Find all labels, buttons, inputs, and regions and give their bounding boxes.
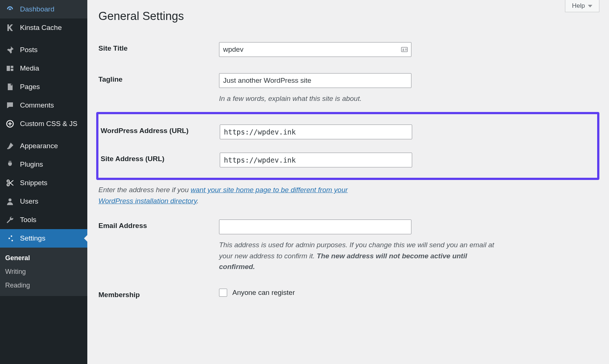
row-membership: Membership Anyone can register — [98, 280, 599, 307]
row-email: Email Address This address is used for a… — [98, 211, 599, 280]
page-icon — [5, 82, 15, 92]
help-label: Help — [572, 2, 585, 10]
page-title: General Settings — [98, 10, 599, 23]
row-site-title: Site Title — [98, 34, 599, 65]
admin-sidebar: DashboardKinsta CachePostsMediaPagesComm… — [0, 0, 87, 364]
url-highlight-box: WordPress Address (URL) Site Address (UR… — [96, 112, 599, 180]
site-url-input[interactable] — [220, 153, 412, 167]
sidebar-item-label: Comments — [20, 101, 54, 109]
brush-icon — [5, 141, 15, 151]
label-email: Email Address — [98, 220, 219, 230]
sidebar-item-label: Custom CSS & JS — [20, 120, 77, 128]
row-tagline: Tagline In a few words, explain what thi… — [98, 65, 599, 112]
sidebar-item-label: Pages — [20, 83, 40, 91]
sidebar-item-plugins[interactable]: Plugins — [0, 155, 87, 174]
sidebar-item-media[interactable]: Media — [0, 59, 87, 78]
sliders-icon — [5, 234, 15, 243]
help-tab[interactable]: Help — [565, 0, 599, 12]
site-url-description: Enter the address here if you want your … — [98, 184, 380, 206]
sidebar-item-appearance[interactable]: Appearance — [0, 137, 87, 155]
sidebar-item-custom-css-js[interactable]: Custom CSS & JS — [0, 115, 87, 133]
comment-icon — [5, 101, 15, 110]
svg-point-1 — [403, 49, 404, 50]
sidebar-item-label: Users — [20, 197, 38, 205]
plus-circle-icon — [5, 119, 15, 129]
settings-submenu: GeneralWritingReading — [0, 248, 87, 296]
sidebar-item-label: Media — [20, 64, 39, 72]
sidebar-item-snippets[interactable]: Snippets — [0, 174, 87, 192]
scissors-icon — [5, 178, 15, 188]
chevron-down-icon — [588, 5, 592, 7]
sidebar-item-posts[interactable]: Posts — [0, 41, 87, 59]
svg-rect-0 — [401, 47, 408, 52]
membership-checkbox-text: Anyone can register — [232, 289, 295, 297]
label-site-url: Site Address (URL) — [99, 153, 220, 163]
sidebar-item-label: Plugins — [20, 160, 43, 169]
sidebar-item-label: Dashboard — [20, 5, 54, 13]
main-content: Help General Settings Site Title — [87, 0, 609, 364]
tagline-description: In a few words, explain what this site i… — [219, 93, 500, 104]
gauge-icon — [5, 4, 15, 14]
sidebar-item-dashboard[interactable]: Dashboard — [0, 0, 87, 18]
sidebar-item-comments[interactable]: Comments — [0, 96, 87, 115]
row-site-url: Site Address (URL) — [99, 146, 597, 174]
label-site-title: Site Title — [98, 42, 219, 52]
membership-checkbox[interactable] — [219, 289, 227, 297]
sidebar-item-settings[interactable]: Settings — [0, 229, 87, 248]
sidebar-item-label: Tools — [20, 216, 36, 224]
tagline-input[interactable] — [219, 73, 411, 88]
sidebar-item-users[interactable]: Users — [0, 192, 87, 211]
sidebar-item-label: Kinsta Cache — [20, 24, 62, 32]
k-letter-icon — [5, 23, 15, 33]
sidebar-item-pages[interactable]: Pages — [0, 78, 87, 96]
sidebar-item-label: Appearance — [20, 142, 58, 150]
svg-rect-3 — [405, 50, 407, 51]
plug-icon — [5, 160, 15, 169]
svg-rect-2 — [405, 49, 407, 50]
pin-icon — [5, 45, 15, 55]
label-wp-url: WordPress Address (URL) — [99, 125, 220, 135]
sidebar-subitem-general[interactable]: General — [0, 251, 87, 265]
label-membership: Membership — [98, 289, 219, 299]
general-settings-form: Site Title Tagline In a — [98, 34, 599, 307]
sidebar-item-tools[interactable]: Tools — [0, 211, 87, 229]
sidebar-subitem-reading[interactable]: Reading — [0, 279, 87, 292]
wordpress-url-input[interactable] — [220, 125, 412, 139]
sidebar-item-label: Settings — [20, 234, 46, 242]
row-wp-url: WordPress Address (URL) — [99, 118, 597, 146]
email-input[interactable] — [219, 220, 411, 234]
contact-card-icon — [400, 46, 408, 53]
label-tagline: Tagline — [98, 73, 219, 84]
sidebar-item-label: Posts — [20, 46, 38, 54]
wrench-icon — [5, 215, 15, 225]
site-title-input[interactable] — [219, 42, 411, 57]
media-icon — [5, 64, 15, 73]
email-description: This address is used for admin purposes.… — [219, 239, 500, 272]
sidebar-item-label: Snippets — [20, 179, 47, 187]
sidebar-subitem-writing[interactable]: Writing — [0, 265, 87, 279]
sidebar-item-kinsta-cache[interactable]: Kinsta Cache — [0, 18, 87, 37]
membership-checkbox-label[interactable]: Anyone can register — [219, 289, 295, 297]
user-icon — [5, 197, 15, 206]
